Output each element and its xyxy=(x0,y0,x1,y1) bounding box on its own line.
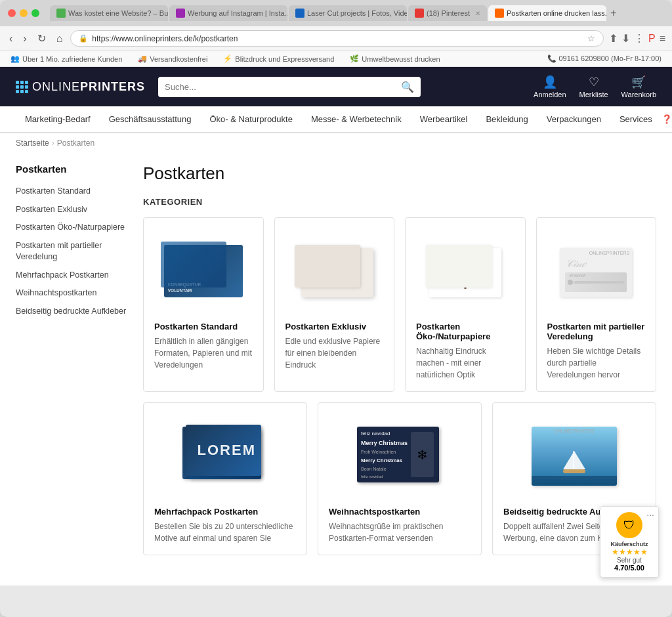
sidebar-item-exklusiv[interactable]: Postkarten Exklusiv xyxy=(16,201,127,219)
product-grid-row1: CONSEQUATURVOLUNTAM Postkarten Standard … xyxy=(143,217,656,392)
img-placeholder-partial: ONLINEPRINTERS 𝒞𝒾𝓃𝑒 𝒶𝓂𝒶 𝓌𝒾𝓃 xyxy=(547,228,646,314)
tab-5[interactable]: Postkarten online drucken lass... ✕ xyxy=(488,5,606,21)
sidebar-item-partial[interactable]: Postkarten mit partieller Veredelung xyxy=(16,237,127,266)
sidebar-item-aufkleber[interactable]: Beidseitig bedruckte Aufkleber xyxy=(16,303,127,321)
sidebar-item-oeko[interactable]: Postkarten Öko-/Naturpapiere xyxy=(16,219,127,237)
img-placeholder-standard: CONSEQUATURVOLUNTAM xyxy=(154,228,253,314)
product-card-oeko[interactable]: Postkarten Öko-/Naturpapiere Nachhaltig … xyxy=(405,217,526,392)
merkliste-button[interactable]: ♡ Merkliste xyxy=(579,75,608,98)
breadcrumb-separator: › xyxy=(52,138,54,148)
nav-verpackungen[interactable]: Verpackungen xyxy=(537,106,610,133)
product-desc-partial: Heben Sie wichtige Details durch partiel… xyxy=(547,345,646,381)
logo-text: ONLINEPRINTERS xyxy=(32,80,145,94)
warenkorb-button[interactable]: 🛒 Warenkorb xyxy=(621,75,656,98)
site-wrapper: ONLINEPRINTERS 🔍 👤 Anmelden ♡ Merkliste … xyxy=(0,67,672,585)
breadcrumb-home[interactable]: Startseite xyxy=(16,138,49,148)
wishlist-icon: ♡ xyxy=(589,75,599,89)
phone-info: 📞 09161 6209800 (Mo-Fr 8-17:00) xyxy=(547,54,662,63)
page-layout: Postkarten Postkarten Standard Postkarte… xyxy=(0,153,672,585)
address-bar[interactable]: 🔒 https://www.onlineprinters.de/k/postka… xyxy=(70,30,604,47)
trusted-badge: ··· 🛡 Käuferschutz ★★★★★ Sehr gut 4.70/5… xyxy=(600,506,659,578)
search-icon[interactable]: 🔍 xyxy=(401,81,414,93)
product-desc-mehrfach: Bestellen Sie bis zu 20 unterschiedliche… xyxy=(154,521,296,544)
anmelden-label: Anmelden xyxy=(534,91,566,98)
trusted-badge-menu[interactable]: ··· xyxy=(646,509,654,520)
tab-favicon-5 xyxy=(495,9,504,18)
img-placeholder-exklusiv: ⌂ premium xyxy=(285,228,384,314)
breadcrumb-current: Postkarten xyxy=(57,138,94,148)
home-button[interactable]: ⌂ xyxy=(54,32,66,46)
tab-favicon-3 xyxy=(295,9,304,18)
close-button[interactable] xyxy=(8,9,16,17)
header-actions: 👤 Anmelden ♡ Merkliste 🛒 Warenkorb xyxy=(534,75,656,98)
merkliste-label: Merkliste xyxy=(579,91,608,98)
tab-favicon-1 xyxy=(56,9,66,18)
breadcrumb: Startseite › Postkarten xyxy=(0,133,672,153)
bookmark-icon[interactable]: ☆ xyxy=(587,33,595,43)
search-input[interactable] xyxy=(165,82,397,92)
sidebar-item-standard[interactable]: Postkarten Standard xyxy=(16,182,127,201)
new-tab-button[interactable]: + xyxy=(608,7,619,19)
product-image-standard: CONSEQUATURVOLUNTAM xyxy=(154,228,253,314)
sidebar: Postkarten Postkarten Standard Postkarte… xyxy=(16,153,127,566)
info-shipping: 🚚 Versandkostenfrei xyxy=(138,54,207,63)
tab-label-4: (18) Pinterest xyxy=(427,9,470,17)
trusted-stars: ★★★★★ xyxy=(606,547,653,557)
sidebar-title: Postkarten xyxy=(16,163,127,175)
back-button[interactable]: ‹ xyxy=(7,32,15,46)
reload-button[interactable]: ↻ xyxy=(35,31,49,46)
forward-button[interactable]: › xyxy=(20,32,29,46)
more-icon[interactable]: ≡ xyxy=(660,33,665,45)
tab-4[interactable]: (18) Pinterest ✕ xyxy=(408,5,487,21)
nav-oeko[interactable]: Öko- & Naturprodukte xyxy=(200,106,301,133)
toolbar-icons: ⬆ ⬇ ⋮ P ≡ xyxy=(609,32,665,45)
nav-geschaeft[interactable]: Geschäftsausstattung xyxy=(100,106,201,133)
tab-3[interactable]: Laser Cut projects | Fotos, Vide... ✕ xyxy=(289,5,407,21)
img-placeholder-mehrfach: LOREM xyxy=(154,414,296,499)
tab-close-4[interactable]: ✕ xyxy=(475,10,480,17)
product-name-weihnacht: Weihnachtspostkarten xyxy=(329,507,471,517)
product-image-partial: ONLINEPRINTERS 𝒞𝒾𝓃𝑒 𝒶𝓂𝒶 𝓌𝒾𝓃 xyxy=(547,228,646,314)
logo-area[interactable]: ONLINEPRINTERS xyxy=(16,80,145,94)
extensions-icon[interactable]: ⋮ xyxy=(634,32,644,45)
site-nav: Marketing-Bedarf Geschäftsausstattung Ök… xyxy=(0,106,672,133)
nav-services[interactable]: Services xyxy=(610,106,662,133)
product-card-exklusiv[interactable]: ⌂ premium Postkarten Exklusiv Edle und e… xyxy=(274,217,395,392)
sidebar-item-weihnacht[interactable]: Weihnachtspostkarten xyxy=(16,284,127,303)
share-icon[interactable]: ⬆ xyxy=(609,32,618,45)
search-bar[interactable]: 🔍 xyxy=(158,77,421,97)
product-name-oeko: Postkarten Öko-/Naturpapiere xyxy=(416,322,514,341)
product-card-partial[interactable]: ONLINEPRINTERS 𝒞𝒾𝓃𝑒 𝒶𝓂𝒶 𝓌𝒾𝓃 xyxy=(536,217,657,392)
nav-werbe[interactable]: Werbeartikel xyxy=(411,106,477,133)
tab-1[interactable]: Was kostet eine Website? – Bu... ✕ xyxy=(50,5,168,21)
img-placeholder-weihnacht: feliz navidad Merry Christmas Froh Weina… xyxy=(329,414,471,499)
product-name-mehrfach: Mehrfachpack Postkarten xyxy=(154,507,296,517)
product-name-partial: Postkarten mit partieller Veredelung xyxy=(547,322,646,341)
anmelden-button[interactable]: 👤 Anmelden xyxy=(534,75,566,98)
tab-label-5: Postkarten online drucken lass... xyxy=(507,9,606,17)
trusted-badge-icon: 🛡 xyxy=(616,512,642,538)
browser-window: Was kostet eine Website? – Bu... ✕ Werbu… xyxy=(0,0,672,617)
warenkorb-label: Warenkorb xyxy=(621,91,656,98)
nav-messe[interactable]: Messe- & Werbetechnik xyxy=(302,106,411,133)
address-text: https://www.onlineprinters.de/k/postkart… xyxy=(92,34,583,43)
product-card-weihnacht[interactable]: feliz navidad Merry Christmas Froh Weina… xyxy=(318,402,482,555)
trusted-badge-title: Käuferschutz xyxy=(606,541,653,547)
pinterest-icon[interactable]: P xyxy=(648,33,656,45)
tab-2[interactable]: Werbung auf Instagram | Insta... ✕ xyxy=(169,5,287,21)
info-eco-text: Umweltbewusst drucken xyxy=(362,55,440,63)
nav-help[interactable]: ❓ Hilfe xyxy=(662,114,672,124)
sidebar-item-mehrfach[interactable]: Mehrfachpack Postkarten xyxy=(16,266,127,285)
info-bar: 👥 Über 1 Mio. zufriedene Kunden 🚚 Versan… xyxy=(0,51,672,67)
download-icon[interactable]: ⬇ xyxy=(621,32,630,45)
product-card-mehrfach[interactable]: LOREM Mehrfachpack Postkarten Bestellen … xyxy=(143,402,307,555)
nav-bekleidung[interactable]: Bekleidung xyxy=(476,106,537,133)
img-placeholder-aufkleber: ONLINEPRINTERS xyxy=(503,414,645,499)
maximize-button[interactable] xyxy=(32,9,39,17)
nav-marketing[interactable]: Marketing-Bedarf xyxy=(16,106,100,133)
product-card-standard[interactable]: CONSEQUATURVOLUNTAM Postkarten Standard … xyxy=(143,217,264,392)
img-placeholder-oeko xyxy=(416,228,514,314)
product-name-standard: Postkarten Standard xyxy=(154,322,253,331)
product-desc-standard: Erhältlich in allen gängigen Formaten, P… xyxy=(154,335,253,371)
minimize-button[interactable] xyxy=(20,9,28,17)
